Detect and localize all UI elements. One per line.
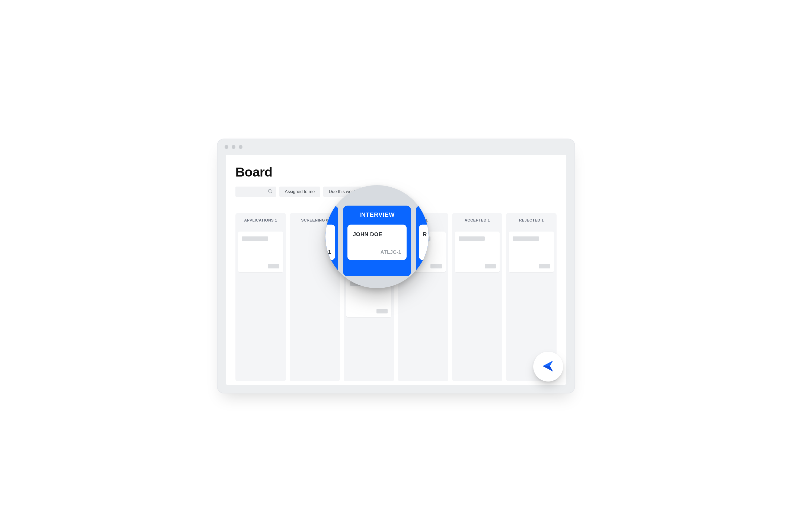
search-input[interactable] bbox=[235, 187, 276, 197]
column-header: REJECTED 1 bbox=[509, 218, 554, 222]
column-accepted[interactable]: ACCEPTED 1 bbox=[452, 213, 503, 381]
magnified-fragment-text: 1 bbox=[328, 249, 331, 255]
card[interactable] bbox=[509, 232, 554, 272]
magnified-card-name: JOHN DOE bbox=[353, 231, 401, 238]
magnified-card-code: ATLJC-1 bbox=[380, 249, 401, 255]
search-icon bbox=[267, 188, 273, 195]
magnified-column-interview: INTERVIEW JOHN DOE ATLJC-1 bbox=[343, 206, 411, 276]
window-control-dot[interactable] bbox=[232, 145, 235, 149]
svg-point-0 bbox=[268, 189, 271, 192]
placeholder-line bbox=[539, 264, 550, 268]
send-icon bbox=[541, 359, 555, 375]
placeholder-line bbox=[242, 236, 268, 241]
placeholder-line bbox=[376, 309, 388, 314]
magnifier-overlay: . 1 INTERVIEW JOHN DOE ATLJC-1 . R bbox=[325, 185, 429, 288]
card[interactable] bbox=[238, 232, 283, 272]
filter-label: Assigned to me bbox=[285, 189, 315, 194]
placeholder-line bbox=[513, 236, 539, 241]
placeholder-line bbox=[485, 264, 496, 268]
page-title: Board bbox=[235, 165, 557, 179]
window-titlebar bbox=[218, 139, 574, 155]
placeholder-line bbox=[431, 264, 441, 268]
placeholder-line bbox=[268, 264, 279, 268]
send-fab[interactable] bbox=[533, 352, 563, 381]
column-applications[interactable]: APPLICATIONS 1 bbox=[235, 213, 286, 381]
magnified-card[interactable]: JOHN DOE ATLJC-1 bbox=[347, 225, 407, 260]
card[interactable] bbox=[455, 232, 500, 272]
magnified-fragment-text: R bbox=[423, 231, 428, 238]
window-control-dot[interactable] bbox=[225, 145, 228, 149]
window-control-dot[interactable] bbox=[239, 145, 243, 149]
svg-line-1 bbox=[271, 192, 272, 193]
column-header: ACCEPTED 1 bbox=[455, 218, 500, 222]
magnified-column-header: INTERVIEW bbox=[347, 211, 407, 218]
column-header: APPLICATIONS 1 bbox=[238, 218, 283, 222]
placeholder-line bbox=[459, 236, 485, 241]
filter-assigned-to-me[interactable]: Assigned to me bbox=[279, 187, 320, 197]
